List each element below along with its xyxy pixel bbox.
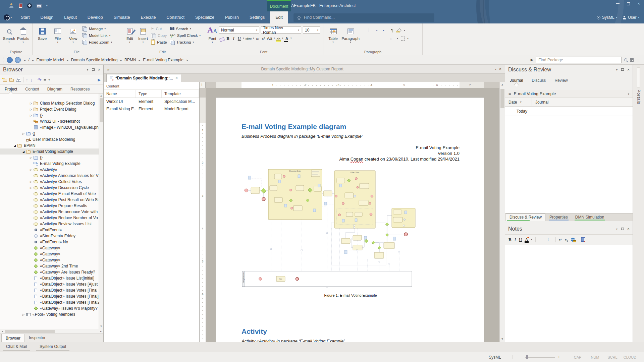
browser-tab[interactable]: Project (4, 85, 18, 93)
grid-view-icon[interactable] (630, 58, 634, 62)
tree-expander-icon[interactable] (29, 168, 33, 171)
hyperlink-icon[interactable] (571, 238, 575, 242)
element-selector[interactable]: ≡ E-mail Voting Example ▾ (505, 90, 633, 98)
tree-item[interactable]: BPMN (0, 142, 99, 148)
breadcrumb-item[interactable]: E-mail Voting Example (138, 58, 185, 62)
pin-icon[interactable] (92, 68, 94, 71)
highlight-button[interactable]: ab (276, 35, 281, 41)
context-tab-document[interactable]: Document (267, 0, 291, 11)
panel-menu-icon[interactable]: ▾ (616, 68, 618, 71)
tree-item[interactable]: «Activity» (0, 167, 99, 173)
portals-scrollbar[interactable] (637, 67, 640, 87)
quick-access-caret-icon[interactable]: ▾ (46, 4, 48, 7)
scrollbar-thumb[interactable] (5, 330, 55, 333)
status-perspective[interactable]: SysML (489, 355, 501, 360)
decrease-indent-button[interactable]: ◂ (375, 28, 381, 33)
notes-superscript-button[interactable]: x² (559, 238, 562, 242)
pin-icon[interactable] (621, 227, 624, 231)
line-spacing-button[interactable]: ↕ (389, 36, 395, 41)
column-header-name[interactable]: Name (104, 90, 136, 98)
tree-item[interactable]: «StartEvent» Friday (0, 233, 99, 239)
discuss-tab[interactable]: Discuss (531, 77, 546, 84)
document-canvas[interactable]: E-mail Voting Example diagram Business P… (206, 88, 499, 342)
drag-grip[interactable] (3, 57, 4, 63)
dock-tab[interactable]: Properties (546, 214, 571, 221)
ribbon-tab[interactable]: Specialize (190, 11, 220, 23)
ribbon-tab-edit[interactable]: Edit Document (270, 11, 288, 23)
close-icon[interactable]: × (627, 67, 630, 72)
bold-button[interactable]: B (225, 35, 231, 41)
user-menu[interactable]: User ▾ (623, 15, 639, 20)
fixed-zoom-button[interactable]: Fixed Zoom▾ (82, 39, 112, 45)
tree-item[interactable]: Class Markup Selection Dialog (0, 100, 99, 106)
close-button[interactable]: × (637, 2, 640, 5)
browser-tab[interactable]: Diagram (47, 85, 63, 93)
close-icon[interactable]: × (627, 227, 630, 231)
vertical-ruler[interactable]: 123456 (200, 88, 206, 342)
discuss-tab[interactable]: Journal (509, 77, 524, 84)
borders-button[interactable] (399, 36, 406, 41)
dock-tab[interactable]: Chat & Mail (5, 344, 28, 352)
pin-icon[interactable] (621, 68, 624, 71)
font-button[interactable]: Font▾ (206, 25, 218, 44)
tree-expander-icon[interactable] (29, 102, 33, 105)
tree-item[interactable]: «DataObject» Issue Votes [Final (0, 287, 99, 293)
restore-button[interactable] (627, 2, 630, 5)
search-icon[interactable] (624, 58, 627, 61)
ribbon-tab[interactable]: Execute (135, 11, 161, 23)
menu-icon[interactable]: ≡ (636, 58, 639, 62)
tab-list-chevron-icon[interactable]: » (107, 67, 109, 72)
new-package-icon[interactable] (3, 79, 7, 82)
navigate-back-button[interactable]: ← (7, 57, 13, 63)
discuss-tab[interactable]: Review (554, 77, 568, 84)
tree-item[interactable]: «Activity» Collect Votes (0, 179, 99, 185)
spell-check-button[interactable]: ABCSpell Check▾ (170, 33, 201, 38)
notes-underline-button[interactable]: U (519, 237, 522, 242)
chevron-down-icon[interactable]: ▾ (531, 238, 532, 241)
align-left-button[interactable] (361, 36, 367, 41)
model-link-button[interactable]: Model Link▾ (82, 33, 112, 38)
portals-button[interactable]: Portals▾ (16, 25, 30, 44)
package-nav-arrow-icon[interactable]: ▶ (531, 58, 533, 62)
change-case-button[interactable]: Aa (266, 35, 273, 41)
document-vertical-scrollbar[interactable]: ▲ ▼ (499, 82, 505, 342)
document-page[interactable]: E-mail Voting Example diagram Business P… (216, 98, 484, 342)
expand-panel-icon[interactable]: ▶ (98, 78, 101, 82)
search-button[interactable]: Search▾ (2, 25, 16, 44)
shading-button[interactable] (396, 28, 402, 33)
align-center-button[interactable] (368, 36, 374, 41)
edit-button[interactable]: Edit▾ (123, 25, 137, 44)
paste-button[interactable]: Paste (151, 39, 167, 45)
superscript-button[interactable]: x² (261, 35, 266, 41)
ribbon-tab[interactable]: Settings (244, 11, 270, 23)
package-icon[interactable] (9, 79, 14, 82)
scrollbar-thumb[interactable] (100, 98, 103, 122)
quick-access-window-icon[interactable] (37, 4, 42, 8)
ribbon-tab[interactable]: Construct (161, 11, 190, 23)
ribbon-tab[interactable]: Develop (82, 11, 108, 23)
tree-item[interactable]: «DataObject» Issue Votes [Final2 (0, 299, 99, 305)
zoom-slider[interactable] (525, 357, 555, 358)
tree-item[interactable]: Win32 UI - screenshot (0, 118, 99, 124)
ribbon-tab[interactable]: Design (35, 11, 59, 23)
table-row[interactable]: Win32 UI Element Specification M... (104, 98, 199, 105)
breadcrumb-item[interactable]: Domain Specific Modeling (65, 58, 119, 62)
file-button[interactable]: File▾ (50, 25, 65, 44)
journal-empty-area[interactable] (505, 116, 633, 213)
tree-item[interactable]: «Activity» Announce Issues for V (0, 173, 99, 179)
browser-horizontal-scrollbar[interactable]: ◂ ▸ (0, 329, 103, 334)
dock-tab[interactable]: System Output (38, 344, 67, 352)
table-button[interactable]: Table▾ (325, 25, 341, 44)
dock-tab[interactable]: Browser (1, 334, 25, 342)
ribbon-tab[interactable]: Publish (220, 11, 244, 23)
close-tab-icon[interactable]: × (175, 76, 178, 80)
perspective-switcher[interactable]: SysML ▾ (597, 15, 617, 20)
close-icon[interactable]: × (499, 67, 501, 71)
tree-item[interactable]: {} (0, 130, 99, 136)
new-diagram-icon[interactable] (16, 78, 21, 82)
scrollbar-thumb[interactable] (500, 89, 504, 108)
tab-stop-selector[interactable]: L (200, 82, 206, 88)
tree-item[interactable]: «Activity» Reduce Number of Vo (0, 215, 99, 221)
browser-vertical-scrollbar[interactable]: ▲ ▼ (99, 94, 103, 329)
insert-button[interactable]: Insert▾ (137, 25, 150, 44)
